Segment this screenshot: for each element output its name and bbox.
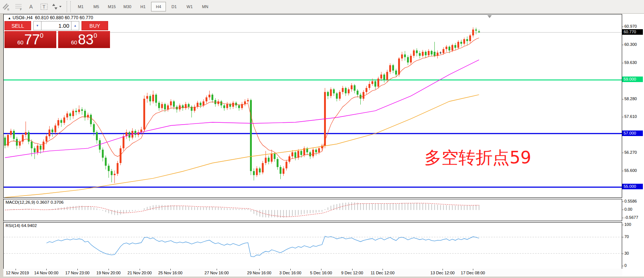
rsi-chart[interactable]	[4, 223, 622, 269]
time-label: 17 Nov 23:00	[65, 271, 89, 275]
candle-body	[40, 146, 41, 150]
price-tick-59.630: 59.630	[622, 60, 637, 65]
candle-body	[185, 104, 187, 108]
text-icon[interactable]: A	[26, 2, 37, 11]
volume-input[interactable]	[41, 21, 71, 30]
candle-body	[111, 171, 113, 175]
price-tick-55.600: 55.600	[622, 168, 637, 173]
macd-chart[interactable]	[4, 199, 622, 221]
sell-price-panel[interactable]: 60770	[4, 31, 56, 48]
time-label: 17 Dec 08:00	[461, 271, 485, 275]
candle-body	[457, 42, 459, 48]
price-level-box-55.000: 55.000	[622, 184, 643, 189]
sell-price-sup: 0	[40, 32, 43, 40]
candle-body	[250, 100, 252, 171]
candle-body	[478, 31, 480, 33]
volume-decrease-button[interactable]: ▼	[33, 21, 41, 30]
fibonacci-icon[interactable]: F	[13, 2, 24, 11]
time-tick	[217, 269, 217, 270]
svg-text:F: F	[20, 8, 22, 11]
candle-body	[451, 45, 453, 51]
ohlc-readout: 60.810 60.880 60.770 60.770	[35, 15, 93, 20]
timeframe-button-h1[interactable]: H1	[136, 2, 150, 11]
candle-body	[422, 52, 424, 56]
macd-tick-0.5586: 0.5586	[622, 199, 637, 203]
timeframe-button-d1[interactable]: D1	[167, 2, 181, 11]
sell-price-main: 77	[24, 33, 40, 47]
candle-body	[419, 53, 421, 56]
candle-body	[247, 100, 249, 102]
time-label: 27 Nov 16:00	[204, 271, 228, 275]
candle-body	[31, 142, 33, 148]
candle-body	[401, 54, 403, 58]
time-tick	[321, 269, 321, 270]
time-label: 5 Dec 16:00	[310, 271, 332, 275]
candle-body	[206, 97, 207, 101]
volume-increase-button[interactable]: ▲	[71, 21, 79, 30]
candle-body	[211, 95, 213, 100]
candle-body	[66, 113, 68, 118]
timeframe-button-h4[interactable]: H4	[151, 2, 166, 11]
timeframe-button-m5[interactable]: M5	[89, 2, 104, 11]
timeframe-button-w1[interactable]: W1	[182, 2, 197, 11]
buy-button[interactable]: BUY	[81, 21, 108, 30]
chart-shift-marker-icon[interactable]	[487, 15, 492, 18]
sell-price-prefix: 60	[17, 39, 24, 45]
candle-body	[170, 101, 172, 105]
price-level-box-59.000: 59.000	[622, 77, 643, 82]
time-tick	[109, 269, 109, 270]
rsi-label: RSI(14) 64.9402	[6, 223, 37, 228]
candle-body	[51, 129, 53, 132]
candle-body	[57, 120, 59, 126]
rsi-tick-70: 70	[622, 234, 629, 239]
buy-price-main: 83	[78, 33, 93, 47]
candle-body	[78, 109, 80, 112]
arrow-tools-icon[interactable]	[51, 2, 62, 11]
candle-body	[366, 88, 367, 92]
bottom-strip	[0, 277, 644, 278]
candle-body	[312, 150, 314, 156]
timeframe-button-m15[interactable]: M15	[104, 2, 119, 11]
candle-body	[102, 150, 104, 158]
chart-header: ▲USOil-,H4 60.810 60.880 60.770 60.770	[8, 15, 93, 20]
price-tick-58.280: 58.280	[622, 96, 637, 101]
buy-price-panel[interactable]: 60830	[58, 31, 110, 48]
candle-body	[407, 57, 409, 63]
price-tick-56.270: 56.270	[622, 150, 637, 155]
candle-body	[28, 132, 30, 142]
candle-body	[357, 91, 358, 95]
text-label-icon[interactable]: T	[39, 2, 50, 11]
candle-body	[354, 85, 356, 91]
sell-button[interactable]: SELL	[4, 21, 31, 30]
candle-body	[413, 50, 415, 56]
equidistant-channel-icon[interactable]: E	[1, 2, 12, 11]
candle-body	[443, 49, 444, 53]
macd-tick--0.5677: -0.5677	[622, 215, 638, 220]
candle-body	[60, 120, 62, 123]
candle-body	[351, 85, 353, 89]
macd-panel[interactable]: MACD(12,26,9) 0.3607 0.3706	[3, 199, 622, 221]
candle-body	[309, 152, 311, 156]
candle-body	[49, 129, 50, 136]
candle-body	[134, 131, 136, 135]
price-level-box-57.000: 57.000	[622, 130, 643, 136]
chart-annotation: 多空转折点59	[424, 146, 531, 169]
candle-body	[146, 96, 148, 99]
candle-body	[315, 150, 317, 152]
macd-label: MACD(12,26,9) 0.3607 0.3706	[6, 200, 64, 204]
buy-price-sup: 0	[94, 32, 97, 40]
timeframe-button-m1[interactable]: M1	[73, 2, 88, 11]
svg-text:A: A	[29, 4, 33, 10]
candle-body	[99, 140, 101, 149]
candle-body	[179, 105, 181, 109]
time-tick	[16, 269, 16, 270]
candle-body	[37, 146, 39, 152]
candle-body	[475, 30, 477, 31]
timeframe-button-m30[interactable]: M30	[120, 2, 135, 11]
symbol-label: USOil-,H4	[13, 15, 33, 20]
candle-body	[383, 75, 385, 80]
timeframe-button-mn[interactable]: MN	[198, 2, 213, 11]
rsi-panel[interactable]: RSI(14) 64.9402	[3, 222, 622, 269]
candle-body	[454, 45, 456, 48]
candle-body	[25, 132, 27, 135]
